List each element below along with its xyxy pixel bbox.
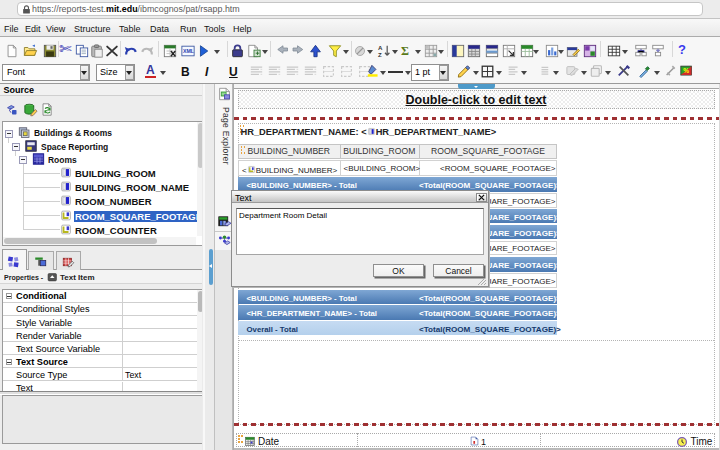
svg-text:Z: Z bbox=[378, 51, 382, 58]
svg-text:Σ: Σ bbox=[401, 44, 409, 58]
svg-text:A: A bbox=[378, 44, 383, 51]
svg-text:%: % bbox=[683, 67, 689, 74]
svg-text:XML: XML bbox=[183, 48, 195, 54]
